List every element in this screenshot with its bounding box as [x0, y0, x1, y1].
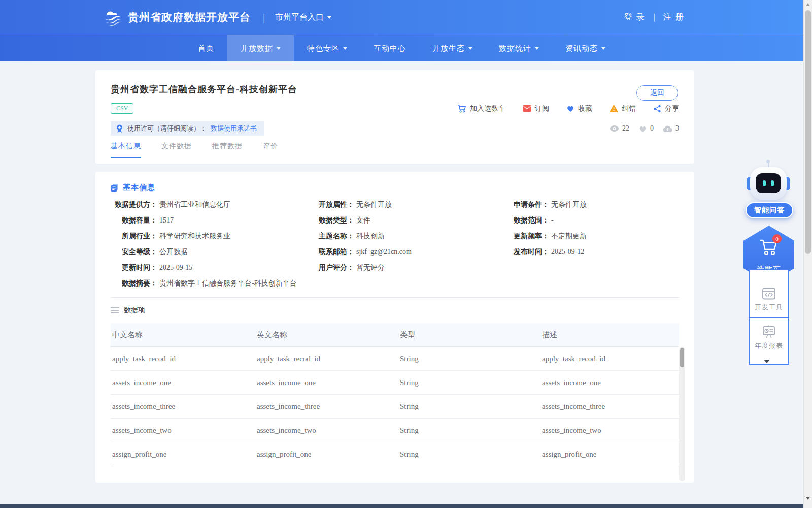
chevron-down-icon — [327, 16, 331, 19]
section-divider — [111, 297, 679, 298]
page-scrollbar[interactable] — [803, 0, 812, 508]
nav-item-news[interactable]: 资讯动态 — [552, 35, 619, 61]
table-scrollbar[interactable] — [679, 347, 685, 481]
basic-info-grid: 数据提供方：贵州省工业和信息化厅 数据容量：1517 所属行业：科学研究和技术服… — [111, 200, 679, 294]
cell-en-name: apply_task_recod_id — [255, 355, 398, 363]
cell-type: String — [398, 426, 540, 435]
heart-gray-icon — [638, 125, 647, 133]
favorite-button[interactable]: 收藏 — [566, 104, 592, 113]
dataset-actions: 加入选数车 订阅 收藏 — [457, 104, 679, 113]
annual-report-button[interactable]: 年度报表 — [750, 317, 788, 364]
cell-en-name: assets_income_three — [255, 402, 398, 411]
tab-basic-info[interactable]: 基本信息 — [111, 142, 141, 158]
tab-rating[interactable]: 评价 — [263, 142, 278, 158]
table-row-partial — [111, 466, 679, 482]
document-icon — [111, 183, 119, 192]
field-abstract: 数据摘要：贵州省数字工信融合服务平台-科技创新平台 — [111, 278, 308, 289]
subscribe-button[interactable]: 订阅 — [523, 104, 549, 113]
annual-report-label: 年度报表 — [755, 341, 783, 351]
dev-tools-label: 开发工具 — [755, 303, 783, 312]
add-to-cart-button[interactable]: 加入选数车 — [457, 104, 505, 113]
robot-face — [756, 173, 781, 193]
nav-item-special-zone[interactable]: 特色专区 — [294, 35, 360, 61]
login-link[interactable]: 登 录 — [624, 12, 646, 23]
cell-type: String — [398, 378, 540, 387]
back-button[interactable]: 返回 — [636, 85, 678, 101]
medal-icon — [116, 124, 123, 133]
cell-en-name: assign_profit_one — [255, 450, 398, 459]
field-contact-email: 联系邮箱：sjkf_gz@21cn.com — [308, 247, 502, 257]
table-row: assets_income_one assets_income_one Stri… — [111, 371, 679, 395]
field-security-level: 安全等级：公开数据 — [111, 247, 308, 257]
platform-logo-icon — [101, 8, 123, 26]
ai-qa-button[interactable]: 智能问答 — [746, 202, 793, 218]
likes-stat: 0 — [638, 124, 654, 133]
side-tools-panel: 开发工具 年度报表 — [749, 269, 789, 365]
format-badge: CSV — [111, 103, 133, 114]
heart-icon — [566, 105, 574, 112]
register-link[interactable]: 注 册 — [663, 12, 685, 23]
license-label: 使用许可（请仔细阅读）： — [127, 124, 207, 133]
site-title: 贵州省政府数据开放平台 — [128, 10, 251, 24]
license-bar: 使用许可（请仔细阅读）： 数据使用承诺书 — [111, 121, 264, 136]
tab-file-data[interactable]: 文件数据 — [161, 142, 192, 158]
table-row: apply_task_recod_id apply_task_recod_id … — [111, 347, 679, 371]
share-icon — [653, 105, 661, 113]
robot-eye — [771, 180, 774, 186]
robot-head — [750, 167, 787, 200]
ai-robot-avatar[interactable] — [750, 161, 787, 201]
column-header: 描述 — [540, 330, 679, 340]
collapse-widgets-arrow[interactable] — [764, 360, 770, 363]
auth-divider: | — [654, 13, 655, 22]
share-button[interactable]: 分享 — [653, 104, 679, 113]
cell-cn-name: assets_income_three — [111, 402, 255, 411]
chevron-down-icon — [277, 47, 281, 50]
table-scrollbar-thumb[interactable] — [680, 348, 684, 367]
cell-cn-name: assets_income_one — [111, 378, 255, 387]
field-apply-condition: 申请条件：无条件开放 — [502, 200, 679, 210]
field-capacity: 数据容量：1517 — [111, 215, 308, 226]
field-data-range: 数据范围：- — [502, 215, 679, 226]
city-portal-entry[interactable]: 市州平台入口 — [275, 12, 331, 23]
cell-description: assets_income_two — [540, 426, 679, 435]
download-cloud-icon — [663, 125, 672, 132]
nav-item-open-ecosystem[interactable]: 开放生态 — [419, 35, 486, 61]
warning-icon — [610, 105, 618, 112]
scroll-up-arrow[interactable] — [806, 3, 810, 6]
page-title: 贵州省数字工信融合服务平台-科技创新平台 — [111, 83, 679, 96]
license-link[interactable]: 数据使用承诺书 — [211, 124, 257, 133]
cell-description: assign_profit_one — [540, 450, 679, 459]
nav-item-open-data[interactable]: 开放数据 — [227, 35, 294, 61]
dataset-header-card: 贵州省数字工信融合服务平台-科技创新平台 返回 CSV 加入选数车 — [95, 70, 694, 164]
basic-info-card: 基本信息 数据提供方：贵州省工业和信息化厅 数据容量：1517 所属行业：科学研… — [95, 172, 694, 483]
chevron-down-icon — [468, 47, 472, 50]
chevron-down-icon — [601, 47, 605, 50]
report-error-button[interactable]: 纠错 — [610, 104, 636, 113]
column-header: 英文名称 — [255, 330, 398, 340]
cell-en-name: assets_income_one — [255, 378, 398, 387]
scroll-down-arrow[interactable] — [806, 497, 810, 500]
cell-description: assets_income_three — [540, 402, 679, 411]
dev-tools-button[interactable]: 开发工具 — [750, 270, 788, 317]
cell-type: String — [398, 402, 540, 411]
eye-icon — [610, 125, 619, 132]
tab-recommended-data[interactable]: 推荐数据 — [212, 142, 243, 158]
top-header: 贵州省政府数据开放平台 | 市州平台入口 登 录 | 注 册 — [0, 0, 803, 35]
chevron-down-icon — [535, 47, 539, 50]
table-row: assets_income_three assets_income_three … — [111, 395, 679, 419]
field-update-time: 更新时间：2025-09-15 — [111, 263, 308, 273]
downloads-stat: 3 — [663, 124, 679, 133]
cell-description: assets_income_one — [540, 378, 679, 387]
report-board-icon — [762, 325, 775, 338]
page-scrollbar-thumb[interactable] — [805, 10, 811, 254]
cell-cn-name: apply_task_recod_id — [111, 355, 255, 363]
mail-icon — [523, 105, 531, 112]
dataset-tabs: 基本信息 文件数据 推荐数据 评价 — [111, 142, 679, 158]
cell-type: String — [398, 355, 540, 363]
nav-item-interaction-center[interactable]: 互动中心 — [360, 35, 419, 61]
nav-item-home[interactable]: 首页 — [185, 35, 227, 61]
field-update-frequency: 更新频率：不定期更新 — [502, 231, 679, 241]
views-stat: 22 — [610, 124, 629, 133]
nav-item-data-statistics[interactable]: 数据统计 — [486, 35, 552, 61]
dataset-stats: 22 0 3 — [610, 124, 679, 133]
